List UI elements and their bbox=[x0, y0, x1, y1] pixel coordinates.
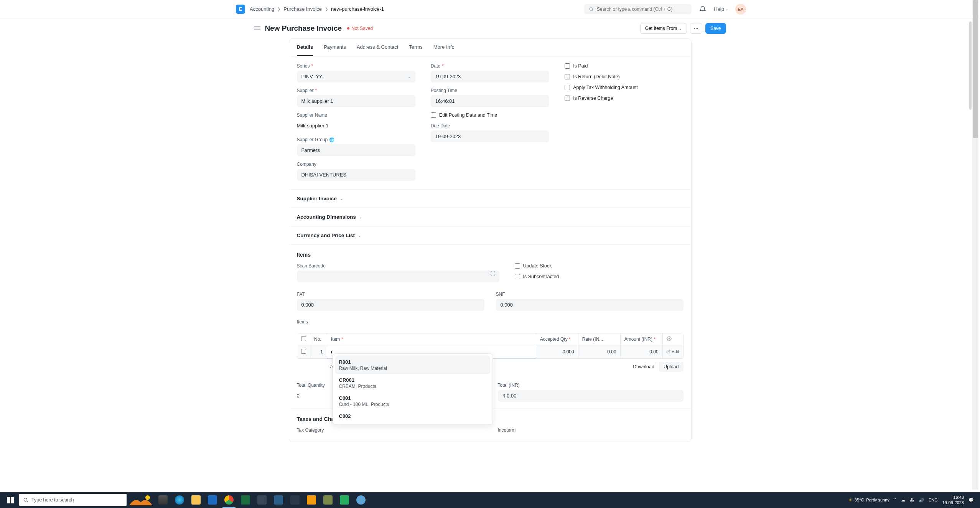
supplier-label: Supplier* bbox=[297, 88, 415, 93]
col-amount-header: Amount (INR) * bbox=[620, 333, 662, 345]
chevron-down-icon: ⌄ bbox=[340, 196, 343, 201]
search-input[interactable] bbox=[597, 7, 687, 12]
autocomplete-option[interactable]: CR001 CREAM, Products bbox=[335, 374, 490, 392]
tab-more-info[interactable]: More Info bbox=[433, 39, 455, 56]
ellipsis-icon: ⋯ bbox=[694, 26, 698, 31]
company-label: Company bbox=[297, 162, 415, 167]
series-select[interactable]: PINV-.YY.- ⌄ bbox=[297, 71, 415, 82]
update-stock-label: Update Stock bbox=[523, 263, 552, 269]
row-amount[interactable]: 0.00 bbox=[620, 345, 662, 358]
fat-label: FAT bbox=[297, 292, 484, 297]
is-return-checkbox[interactable] bbox=[565, 74, 570, 79]
items-table-label: Items bbox=[297, 319, 684, 325]
notifications-icon[interactable] bbox=[699, 6, 706, 13]
breadcrumb-purchase-invoice[interactable]: Purchase Invoice bbox=[283, 6, 322, 12]
page-title: New Purchase Invoice bbox=[265, 24, 342, 33]
due-date-input[interactable]: 19-09-2023 bbox=[431, 130, 549, 142]
scrollbar-thumb[interactable] bbox=[973, 0, 978, 138]
tab-details[interactable]: Details bbox=[297, 39, 313, 56]
save-button[interactable]: Save bbox=[705, 23, 726, 34]
autocomplete-option[interactable]: R001 Raw Milk, Raw Material bbox=[335, 356, 490, 374]
autocomplete-option[interactable]: C002 bbox=[335, 410, 490, 422]
fat-input[interactable]: 0.000 bbox=[297, 299, 484, 311]
svg-point-5 bbox=[669, 338, 670, 339]
supplier-group-input[interactable]: Farmers bbox=[297, 144, 415, 156]
is-reverse-charge-label: Is Reverse Charge bbox=[573, 96, 613, 101]
total-inr-label: Total (INR) bbox=[498, 383, 684, 388]
chevron-right-icon: ❯ bbox=[277, 7, 280, 11]
breadcrumb: Accounting ❯ Purchase Invoice ❯ new-purc… bbox=[250, 6, 384, 12]
supplier-invoice-section[interactable]: Supplier Invoice ⌄ bbox=[289, 190, 691, 208]
posting-time-label: Posting Time bbox=[431, 88, 549, 93]
supplier-input[interactable]: Milk supplier 1 bbox=[297, 95, 415, 107]
posting-time-input[interactable]: 16:46:01 bbox=[431, 95, 549, 107]
is-return-label: Is Return (Debit Note) bbox=[573, 74, 620, 79]
item-autocomplete: R001 Raw Milk, Raw Material CR001 CREAM,… bbox=[333, 353, 493, 425]
chevron-down-icon: ⌄ bbox=[358, 233, 361, 238]
chevron-down-icon: ⌄ bbox=[359, 215, 362, 219]
col-rate-header: Rate (IN... bbox=[578, 333, 620, 345]
apply-tax-withholding-label: Apply Tax Withholding Amount bbox=[573, 85, 638, 90]
expand-icon[interactable] bbox=[490, 271, 496, 277]
status-not-saved: Not Saved bbox=[347, 26, 373, 31]
update-stock-checkbox[interactable] bbox=[515, 263, 520, 269]
chevron-down-icon: ⌄ bbox=[725, 7, 728, 11]
col-item-header: Item * bbox=[327, 333, 536, 345]
get-items-from-button[interactable]: Get Items From ⌄ bbox=[640, 23, 687, 34]
tax-category-label: Tax Category bbox=[297, 427, 483, 433]
is-reverse-charge-checkbox[interactable] bbox=[565, 96, 570, 101]
tab-payments[interactable]: Payments bbox=[324, 39, 346, 56]
is-subcontracted-checkbox[interactable] bbox=[515, 274, 520, 279]
tab-address-contact[interactable]: Address & Contact bbox=[357, 39, 398, 56]
items-table: No. Item * Accepted Qty * Rate (IN... Am… bbox=[297, 333, 684, 359]
breadcrumb-accounting[interactable]: Accounting bbox=[250, 6, 274, 12]
currency-price-list-section[interactable]: Currency and Price List ⌄ bbox=[289, 226, 691, 245]
snf-input[interactable]: 0.000 bbox=[496, 299, 684, 311]
edit-posting-checkbox[interactable] bbox=[431, 112, 436, 118]
download-button[interactable]: Download bbox=[628, 362, 659, 372]
row-checkbox[interactable] bbox=[301, 349, 306, 354]
row-qty[interactable]: 0.000 bbox=[536, 345, 578, 358]
company-input[interactable]: DHISAI VENTURES bbox=[297, 169, 415, 181]
incoterm-label: Incoterm bbox=[498, 427, 684, 433]
svg-point-0 bbox=[590, 7, 593, 10]
date-label: Date* bbox=[431, 63, 549, 69]
tab-terms[interactable]: Terms bbox=[409, 39, 422, 56]
scan-barcode-input[interactable] bbox=[297, 270, 499, 282]
help-link[interactable]: Help ⌄ bbox=[714, 6, 728, 12]
accounting-dimensions-section[interactable]: Accounting Dimensions ⌄ bbox=[289, 208, 691, 226]
supplier-name-value: Milk supplier 1 bbox=[297, 120, 415, 132]
chevron-down-icon: ⌄ bbox=[679, 26, 682, 30]
global-search[interactable] bbox=[584, 4, 692, 14]
select-all-checkbox[interactable] bbox=[301, 336, 306, 341]
upload-button[interactable]: Upload bbox=[659, 362, 684, 372]
col-no-header: No. bbox=[310, 333, 327, 345]
row-rate[interactable]: 0.00 bbox=[578, 345, 620, 358]
is-paid-checkbox[interactable] bbox=[565, 63, 570, 69]
globe-icon: 🌐 bbox=[329, 137, 334, 142]
page-scrollbar-thumb[interactable] bbox=[969, 21, 972, 110]
menu-icon[interactable] bbox=[254, 25, 260, 32]
window-scrollbar[interactable] bbox=[972, 0, 978, 465]
select-caret-icon: ⌄ bbox=[408, 74, 411, 79]
user-avatar[interactable]: EA bbox=[735, 4, 746, 15]
app-logo[interactable]: E bbox=[236, 5, 245, 14]
due-date-label: Due Date bbox=[431, 123, 549, 129]
supplier-group-label: Supplier Group 🌐 bbox=[297, 137, 415, 142]
form-tabs: Details Payments Address & Contact Terms… bbox=[289, 39, 691, 56]
chevron-right-icon: ❯ bbox=[325, 7, 328, 11]
more-actions-button[interactable]: ⋯ bbox=[690, 23, 702, 34]
date-input[interactable]: 19-09-2023 bbox=[431, 71, 549, 82]
col-settings-header[interactable] bbox=[662, 333, 683, 345]
row-no: 1 bbox=[310, 345, 327, 358]
edit-row-button[interactable]: Edit bbox=[667, 349, 679, 354]
series-label: Series* bbox=[297, 63, 415, 69]
scan-barcode-label: Scan Barcode bbox=[297, 263, 499, 269]
col-qty-header: Accepted Qty * bbox=[536, 333, 578, 345]
pencil-icon bbox=[667, 350, 670, 353]
items-heading: Items bbox=[297, 252, 684, 258]
snf-label: SNF bbox=[496, 292, 684, 297]
autocomplete-option[interactable]: C001 Curd - 100 ML, Products bbox=[335, 392, 490, 410]
is-subcontracted-label: Is Subcontracted bbox=[523, 274, 559, 279]
apply-tax-withholding-checkbox[interactable] bbox=[565, 85, 570, 90]
